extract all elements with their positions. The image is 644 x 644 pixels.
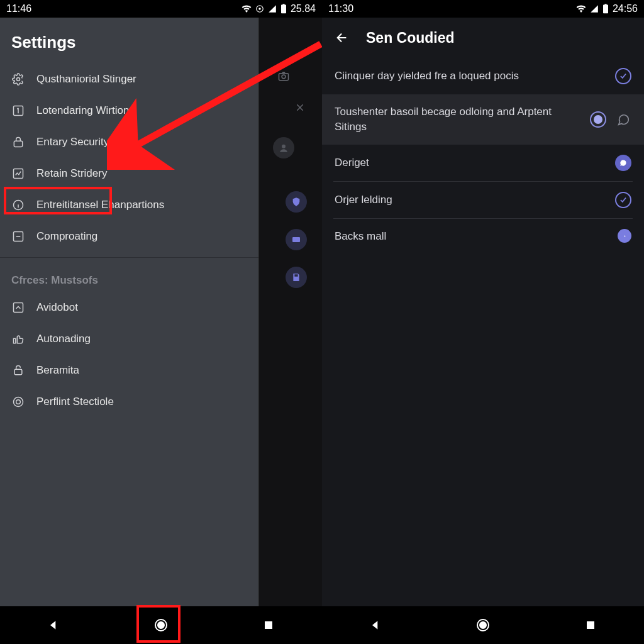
- svg-rect-6: [14, 141, 22, 147]
- option-backs-mall[interactable]: Backs mall: [322, 219, 644, 254]
- nav-recents-button[interactable]: [256, 613, 281, 638]
- camera-icon: [273, 65, 294, 87]
- screenshot-left: 11:46 25.84 Settings Qusthaniorial Sting…: [0, 0, 322, 644]
- lock-icon: [11, 135, 25, 149]
- settings-item-label: Avidobot: [36, 301, 78, 314]
- settings-panel: Settings Qusthaniorial Stinger Lotendari…: [0, 18, 259, 606]
- settings-item-label: Lotendaring Wirtion: [36, 104, 129, 117]
- svg-point-15: [282, 75, 286, 79]
- settings-item-perflint[interactable]: Perflint Stectiole: [0, 386, 258, 418]
- option-deriget[interactable]: Deriget: [322, 145, 644, 181]
- settings-item-label: Entary Security: [36, 136, 109, 148]
- settings-item-label: Perflint Stectiole: [36, 396, 114, 408]
- save-circle-icon[interactable]: [286, 267, 307, 288]
- shield-circle-icon[interactable]: [286, 191, 307, 213]
- status-bar-right: 11:30 24:56: [322, 0, 644, 18]
- settings-item-qusthaniorial[interactable]: Qusthaniorial Stinger: [0, 64, 258, 95]
- svg-rect-22: [603, 5, 608, 14]
- status-time: 11:30: [328, 3, 353, 14]
- nav-back-button[interactable]: [363, 613, 388, 638]
- svg-rect-2: [281, 5, 286, 14]
- dot-icon[interactable]: [618, 229, 631, 243]
- settings-item-beramita[interactable]: Beramita: [0, 355, 258, 386]
- android-nav-bar-right: [322, 606, 644, 644]
- nav-back-button[interactable]: [41, 613, 66, 638]
- avatar-placeholder-icon: [273, 137, 294, 158]
- extra-status-icon: [255, 4, 264, 13]
- card-circle-icon[interactable]: [286, 229, 307, 250]
- settings-item-entary-security[interactable]: Entary Security: [0, 126, 258, 158]
- settings-item-lotendaring[interactable]: Lotendaring Wirtion: [0, 95, 258, 126]
- signal-icon: [268, 4, 277, 13]
- status-icons-right: 24:56: [576, 3, 638, 14]
- settings-item-label: Autonading: [36, 333, 91, 345]
- nav-home-button[interactable]: [148, 613, 174, 638]
- radio-icon[interactable]: [590, 111, 606, 128]
- page-title: Sen Coudied: [366, 30, 455, 47]
- settings-item-avidobot[interactable]: Avidobot: [0, 292, 258, 323]
- check-icon[interactable]: [615, 68, 631, 84]
- settings-item-autonading[interactable]: Autonading: [0, 323, 258, 355]
- settings-item-comproating[interactable]: Comproating: [0, 221, 258, 252]
- svg-point-1: [258, 8, 261, 10]
- close-icon[interactable]: [289, 97, 311, 118]
- option-label: Deriget: [335, 155, 608, 170]
- android-nav-bar-left: [0, 606, 322, 644]
- nav-recents-button[interactable]: [578, 613, 603, 638]
- divider: [0, 257, 258, 258]
- status-icons-left: 25.84: [242, 3, 316, 14]
- back-button[interactable]: [333, 29, 351, 47]
- settings-item-entreititansel[interactable]: Entreititansel Ehanpartions: [0, 189, 258, 221]
- svg-rect-10: [14, 303, 23, 313]
- option-label: Orjer lelding: [335, 192, 608, 208]
- settings-title: Settings: [0, 18, 258, 64]
- svg-point-4: [17, 78, 20, 81]
- settings-item-retain-stridery[interactable]: Retain Stridery: [0, 158, 258, 189]
- settings-item-label: Comproating: [36, 230, 97, 243]
- svg-rect-23: [604, 4, 606, 5]
- svg-point-16: [282, 145, 286, 148]
- option-orjer-lelding[interactable]: Orjer lelding: [322, 182, 644, 218]
- option-label: Ciinquer day yielded fre a loqued pocis: [335, 69, 608, 84]
- svg-rect-3: [282, 4, 284, 5]
- option-label: Toushenter basoil becage odloing and Arp…: [335, 104, 582, 135]
- page-header: Sen Coudied: [322, 18, 644, 58]
- check-icon[interactable]: [615, 192, 631, 208]
- info-icon: [11, 198, 25, 212]
- option-label: Backs mall: [335, 229, 610, 244]
- settings-section-label: Cfrces: Mustsofs: [0, 263, 258, 292]
- wifi-icon: [242, 4, 252, 14]
- settings-item-label: Retain Stridery: [36, 167, 107, 180]
- svg-rect-21: [265, 621, 272, 629]
- battery-icon: [280, 4, 287, 14]
- dot-icon[interactable]: [615, 155, 631, 171]
- chat-icon[interactable]: [615, 111, 631, 128]
- square-1-icon: [11, 104, 25, 118]
- option-toushenter[interactable]: Toushenter basoil becage odloing and Arp…: [322, 94, 644, 145]
- wifi-icon: [576, 4, 586, 14]
- settings-item-label: Qusthaniorial Stinger: [36, 73, 136, 86]
- sen-coudied-panel: Sen Coudied Ciinquer day yielded fre a l…: [322, 18, 644, 606]
- screenshot-right: 11:30 24:56 Sen Coudied Ciinquer day yie…: [322, 0, 644, 644]
- battery-percent: 25.84: [291, 3, 316, 14]
- gear-icon: [11, 72, 25, 86]
- battery-percent: 24:56: [613, 3, 638, 14]
- battery-icon: [602, 4, 609, 14]
- padlock-icon: [11, 364, 25, 377]
- status-time: 11:46: [6, 3, 31, 14]
- background-strip: [259, 18, 322, 606]
- svg-point-13: [16, 400, 21, 404]
- nav-home-button[interactable]: [470, 613, 496, 638]
- svg-rect-27: [587, 621, 594, 629]
- thumb-icon: [11, 332, 25, 346]
- target-icon: [11, 395, 25, 409]
- chart-icon: [11, 167, 25, 180]
- minus-square-icon: [11, 230, 25, 243]
- option-ciinquer[interactable]: Ciinquer day yielded fre a loqued pocis: [322, 58, 644, 94]
- signal-icon: [590, 4, 599, 13]
- up-square-icon: [11, 301, 25, 314]
- settings-item-label: Entreititansel Ehanpartions: [36, 199, 164, 211]
- status-bar-left: 11:46 25.84: [0, 0, 322, 18]
- svg-rect-11: [14, 369, 22, 374]
- svg-point-26: [480, 622, 486, 628]
